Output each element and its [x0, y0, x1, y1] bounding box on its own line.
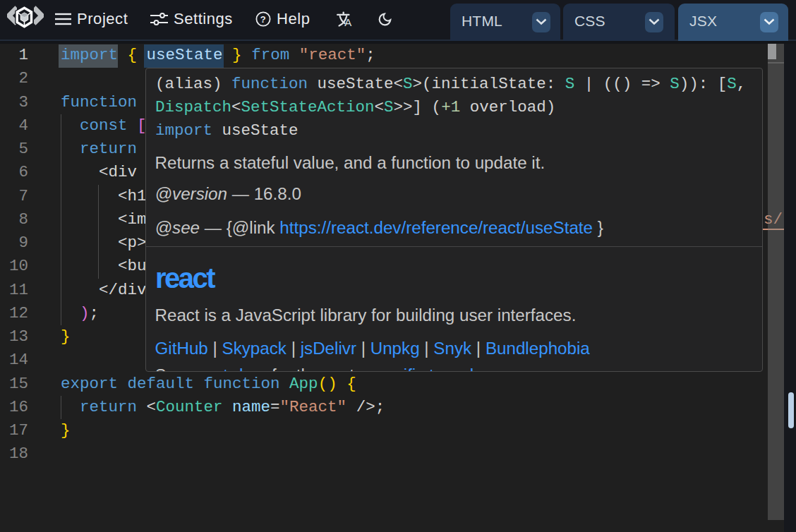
svg-text:A: A	[344, 16, 351, 28]
svg-text:?: ?	[260, 14, 267, 25]
